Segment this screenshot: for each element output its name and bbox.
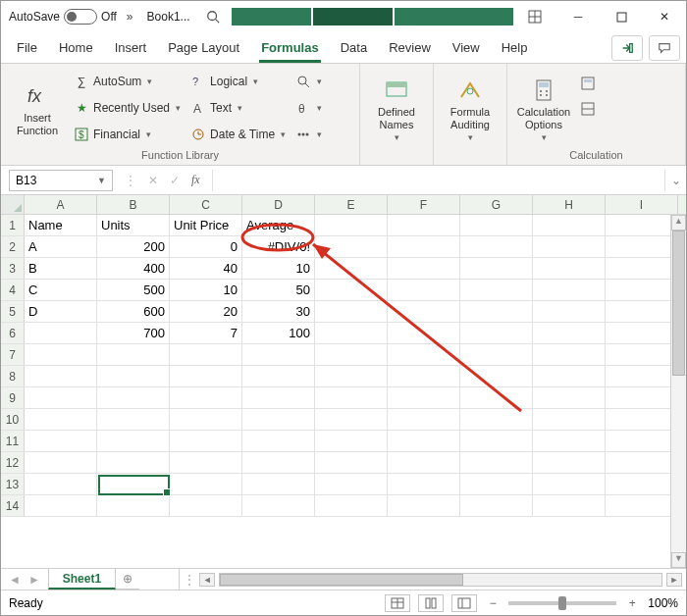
cell[interactable] [242,431,315,451]
cell[interactable] [242,474,315,494]
cell[interactable]: 200 [97,236,170,257]
cell[interactable] [388,387,460,408]
normal-view-button[interactable] [385,594,410,612]
cell[interactable] [170,495,242,516]
cell[interactable] [388,258,460,279]
cell[interactable] [388,344,460,365]
recently-used-button[interactable]: ★Recently Used▾ [72,98,183,118]
cell[interactable] [533,495,606,516]
cell[interactable] [460,409,533,430]
cell[interactable] [606,366,678,386]
cell[interactable] [97,431,170,451]
cell[interactable]: 700 [97,323,170,343]
cell[interactable] [388,366,460,386]
cell[interactable] [388,452,460,473]
zoom-out-button[interactable]: − [485,596,501,610]
cell[interactable] [388,474,460,494]
hscroll-grip-icon[interactable]: ⋮ [184,573,195,587]
cell[interactable]: 100 [242,323,315,343]
sheet-nav-prev-icon[interactable]: ◄ [9,573,21,587]
cell[interactable] [242,366,315,386]
tab-data[interactable]: Data [331,34,377,63]
column-header[interactable]: E [315,195,388,214]
calculate-now-button[interactable] [578,74,598,93]
new-sheet-button[interactable]: ⊕ [116,569,139,590]
cell[interactable] [460,387,533,408]
tab-formulas[interactable]: Formulas [251,34,329,63]
cell[interactable]: 400 [97,258,170,279]
cell[interactable]: 30 [242,301,315,322]
cell[interactable] [170,409,242,430]
qat-overflow-icon[interactable]: » [117,10,143,24]
scroll-down-icon[interactable]: ▼ [671,552,686,568]
column-header[interactable]: A [25,195,97,214]
cell[interactable] [606,236,678,257]
cell[interactable] [97,474,170,494]
name-box[interactable]: B13 ▼ [9,170,113,191]
row-header[interactable]: 14 [1,495,25,516]
cell[interactable] [388,431,460,451]
row-header[interactable]: 10 [1,409,25,430]
row-header[interactable]: 4 [1,280,25,300]
cell[interactable] [606,301,678,322]
scroll-right-icon[interactable]: ► [666,573,682,587]
row-header[interactable]: 7 [1,344,25,365]
cell[interactable] [170,474,242,494]
calculation-options-button[interactable]: Calculation Options [515,68,572,147]
cell[interactable] [170,344,242,365]
text-button[interactable]: AText▾ [188,98,288,118]
cell[interactable] [533,409,606,430]
cell[interactable]: #DIV/0! [242,236,315,257]
cell[interactable] [25,366,97,386]
cell[interactable]: D [25,301,97,322]
minimize-button[interactable]: ─ [556,1,600,32]
cell[interactable] [606,280,678,300]
row-header[interactable]: 2 [1,236,25,257]
cell[interactable] [533,474,606,494]
cell[interactable] [533,236,606,257]
tab-review[interactable]: Review [379,34,441,63]
zoom-thumb[interactable] [558,596,566,610]
fx-icon[interactable]: fx [191,173,200,187]
cell[interactable] [388,323,460,343]
cell[interactable] [533,431,606,451]
cell[interactable] [97,495,170,516]
cell[interactable] [533,387,606,408]
cell[interactable] [315,215,388,235]
cell[interactable] [533,280,606,300]
cell[interactable] [315,258,388,279]
column-header[interactable]: F [388,195,460,214]
cell[interactable]: C [25,280,97,300]
cell[interactable] [242,409,315,430]
cell[interactable]: 500 [97,280,170,300]
cell[interactable]: 0 [170,236,242,257]
cell[interactable] [315,323,388,343]
cell[interactable] [25,495,97,516]
cell[interactable] [315,344,388,365]
cell[interactable] [460,366,533,386]
cell[interactable] [460,474,533,494]
cell[interactable] [315,387,388,408]
cell[interactable] [388,215,460,235]
scroll-thumb[interactable] [672,231,685,376]
cell[interactable] [460,452,533,473]
search-icon[interactable] [194,10,232,24]
cell[interactable] [388,495,460,516]
lookup-reference-button[interactable]: ▾ [293,72,324,91]
cell[interactable] [170,366,242,386]
maximize-button[interactable] [600,1,643,32]
tab-help[interactable]: Help [492,34,538,63]
cell[interactable] [606,344,678,365]
formula-auditing-button[interactable]: Formula Auditing [442,68,499,147]
tab-view[interactable]: View [443,34,490,63]
cell[interactable] [388,409,460,430]
cell[interactable] [315,431,388,451]
cell[interactable] [533,258,606,279]
row-header[interactable]: 1 [1,215,25,235]
cell[interactable] [170,452,242,473]
cell[interactable] [606,495,678,516]
cell[interactable] [606,258,678,279]
zoom-slider[interactable] [508,601,616,605]
row-header[interactable]: 3 [1,258,25,279]
cell[interactable]: B [25,258,97,279]
